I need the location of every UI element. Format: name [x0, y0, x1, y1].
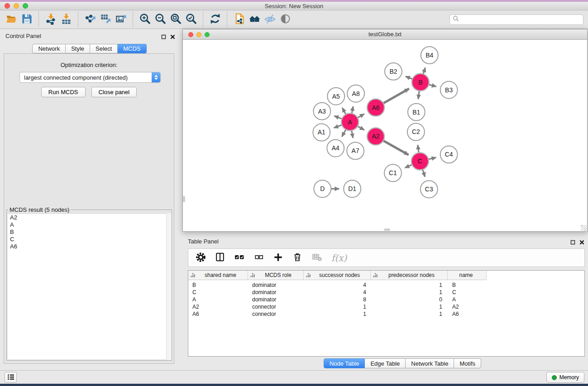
table-cell[interactable]: 4	[304, 289, 371, 295]
column-header[interactable]: name	[448, 271, 487, 280]
table-cell[interactable]: A2	[188, 304, 248, 310]
column-header[interactable]: MCDS role	[248, 271, 304, 280]
export-network-button[interactable]	[82, 12, 98, 27]
graph-node-C4[interactable]: C4	[440, 146, 458, 163]
graph-edge-C-C3[interactable]	[423, 169, 425, 176]
deselect-all-rows-button[interactable]	[254, 252, 264, 263]
close-panel-icon[interactable]	[170, 33, 175, 41]
graph-edge-C-C1[interactable]	[405, 165, 412, 168]
graph-node-B1[interactable]: B1	[408, 104, 425, 121]
graph-edge-A-A5[interactable]	[342, 108, 346, 114]
graph-node-A1[interactable]: A1	[313, 124, 330, 141]
float-panel-icon[interactable]	[161, 33, 166, 41]
save-session-button[interactable]	[19, 12, 34, 27]
graph-edge-A-A3[interactable]	[334, 116, 342, 119]
table-cell[interactable]: C	[188, 289, 248, 295]
table-cell[interactable]: 4	[304, 282, 371, 288]
table-cell[interactable]: A	[448, 296, 487, 303]
search-field[interactable]	[449, 14, 583, 25]
network-window-titlebar[interactable]: testGlobe.txt	[183, 29, 587, 40]
graph-edge-A-A6[interactable]	[358, 114, 364, 118]
column-header[interactable]: predecessor nodes	[371, 271, 448, 280]
table-cell[interactable]: connector	[248, 311, 304, 317]
float-panel-icon[interactable]	[570, 238, 575, 247]
import-network-button[interactable]	[43, 12, 58, 27]
tab-mcds[interactable]: MCDS	[118, 44, 146, 53]
graph-node-A4[interactable]: A4	[327, 139, 344, 157]
table-cell[interactable]: 1	[371, 304, 448, 310]
table-cell[interactable]: B	[188, 282, 248, 288]
tab-style[interactable]: Style	[66, 44, 90, 53]
close-panel-button[interactable]: Close panel	[91, 87, 137, 97]
graph-edge-A-A8[interactable]	[352, 106, 353, 114]
table-cell[interactable]: A6	[188, 311, 248, 317]
graph-edge-A-A2[interactable]	[358, 126, 364, 130]
table-cell[interactable]: 1	[371, 282, 448, 288]
search-input[interactable]	[459, 16, 580, 23]
table-options-button[interactable]	[196, 252, 206, 264]
tab-network[interactable]: Network	[32, 44, 66, 53]
export-table-button[interactable]	[98, 12, 113, 27]
graph-node-A7[interactable]: A7	[347, 142, 364, 159]
horizontal-scrollbar-thumb[interactable]	[384, 229, 390, 231]
graph-edge-A-A4[interactable]	[342, 129, 346, 137]
zoom-in-button[interactable]	[137, 12, 153, 27]
table-row[interactable]: Adominator80A	[188, 296, 584, 303]
zoom-out-button[interactable]	[153, 12, 168, 27]
select-all-rows-button[interactable]	[234, 252, 245, 264]
network-graph[interactable]: B4B2BB3A5A8A6A3B1AA1C2A2A4A7C4CC1DD1C3	[183, 40, 587, 231]
zoom-selected-button[interactable]	[183, 12, 199, 27]
show-graphics-details-button[interactable]	[277, 12, 293, 27]
graph-node-A3[interactable]: A3	[313, 103, 330, 120]
table-cell[interactable]: 1	[304, 304, 371, 310]
table-row[interactable]: Cdominator41C	[188, 289, 584, 296]
graph-edge-B-B3[interactable]	[429, 85, 436, 86]
hide-graphics-details-button[interactable]	[262, 12, 277, 27]
table-cell[interactable]: 0	[371, 296, 448, 303]
graph-node-A6[interactable]: A6	[367, 99, 384, 116]
graph-node-C2[interactable]: C2	[407, 124, 425, 141]
show-column-button[interactable]	[215, 252, 225, 263]
mcds-result-item[interactable]: A6	[8, 243, 171, 250]
table-cell[interactable]: dominator	[248, 289, 304, 295]
column-header[interactable]: successor nodes	[304, 271, 371, 280]
mcds-result-item[interactable]: B	[8, 229, 171, 236]
delete-column-button[interactable]	[292, 252, 302, 263]
graph-node-B4[interactable]: B4	[421, 47, 438, 64]
run-mcds-button[interactable]: Run MCDS	[41, 87, 86, 97]
table-cell[interactable]: 8	[304, 296, 371, 303]
open-file-button[interactable]	[4, 12, 19, 27]
table-cell[interactable]: A	[188, 296, 248, 303]
import-table-button[interactable]	[58, 12, 74, 27]
tab-edge-table[interactable]: Edge Table	[365, 358, 406, 368]
table-cell[interactable]: A6	[448, 311, 487, 317]
vertical-scrollbar-thumb[interactable]	[183, 196, 185, 202]
table-cell[interactable]: C	[448, 289, 487, 295]
table-row[interactable]: A6connector11A6	[188, 310, 584, 318]
graph-edge-B-B4[interactable]	[423, 67, 425, 74]
network-overview-button[interactable]	[247, 12, 262, 27]
graph-node-C[interactable]: C	[411, 152, 429, 170]
close-panel-icon[interactable]	[579, 238, 584, 247]
graph-node-A5[interactable]: A5	[327, 88, 344, 105]
zoom-fit-button[interactable]	[168, 12, 183, 27]
graph-node-D1[interactable]: D1	[344, 180, 361, 197]
graph-node-A8[interactable]: A8	[347, 85, 364, 102]
graph-node-C1[interactable]: C1	[384, 164, 402, 181]
network-view[interactable]: B4B2BB3A5A8A6A3B1AA1C2A2A4A7C4CC1DD1C3	[183, 40, 587, 231]
tab-network-table[interactable]: Network Table	[406, 358, 454, 368]
panel-list-button[interactable]	[5, 372, 17, 383]
tab-select[interactable]: Select	[90, 44, 118, 53]
graph-edge-B-B1[interactable]	[418, 91, 420, 99]
table-cell[interactable]: dominator	[248, 296, 304, 303]
table-cell[interactable]: 1	[371, 311, 448, 317]
table-cell[interactable]: B	[448, 282, 487, 288]
export-image-button[interactable]	[113, 12, 129, 27]
graph-node-B2[interactable]: B2	[385, 63, 402, 80]
tab-node-table[interactable]: Node Table	[324, 358, 365, 368]
clone-network-button[interactable]	[231, 12, 247, 27]
graph-edge-C-C2[interactable]	[418, 145, 419, 152]
graph-node-A[interactable]: A	[341, 114, 359, 131]
tab-motifs[interactable]: Motifs	[454, 358, 481, 368]
table-cell[interactable]: 1	[304, 311, 371, 317]
